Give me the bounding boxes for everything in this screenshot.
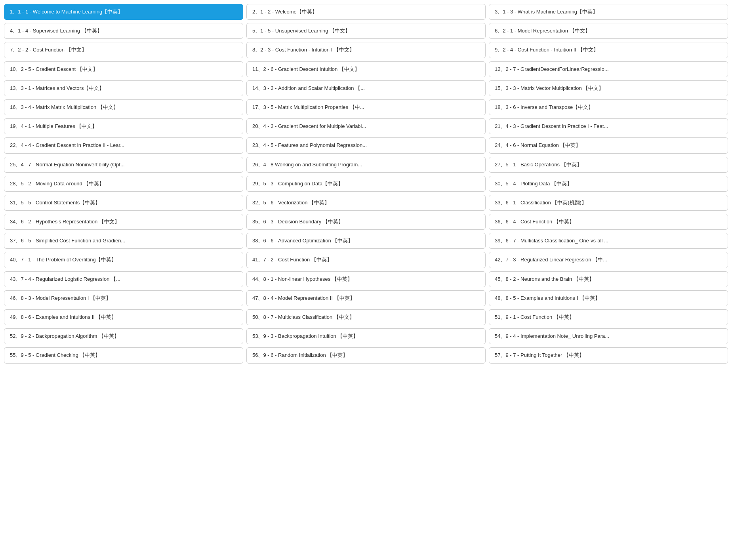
video-item-45[interactable]: 45、8 - 2 - Neurons and the Brain 【中英】 (489, 271, 728, 287)
video-item-54[interactable]: 54、9 - 4 - Implementation Note_ Unrollin… (489, 328, 728, 344)
video-item-47[interactable]: 47、8 - 4 - Model Representation II 【中英】 (246, 290, 486, 306)
video-item-35[interactable]: 35、6 - 3 - Decision Boundary 【中英】 (246, 214, 486, 230)
video-item-51[interactable]: 51、9 - 1 - Cost Function 【中英】 (489, 309, 728, 325)
video-item-42[interactable]: 42、7 - 3 - Regularized Linear Regression… (489, 252, 728, 268)
video-item-52[interactable]: 52、9 - 2 - Backpropagation Algorithm 【中英… (4, 328, 243, 344)
video-item-38[interactable]: 38、6 - 6 - Advanced Optimization 【中英】 (246, 233, 486, 249)
video-item-49[interactable]: 49、8 - 6 - Examples and Intuitions II 【中… (4, 309, 243, 325)
video-item-37[interactable]: 37、6 - 5 - Simplified Cost Function and … (4, 233, 243, 249)
video-item-11[interactable]: 11、2 - 6 - Gradient Descent Intuition 【中… (246, 61, 486, 77)
video-item-28[interactable]: 28、5 - 2 - Moving Data Around 【中英】 (4, 176, 243, 192)
video-item-6[interactable]: 6、2 - 1 - Model Representation 【中文】 (489, 23, 728, 39)
video-item-33[interactable]: 33、6 - 1 - Classification 【中英(机翻)】 (489, 195, 728, 211)
video-item-8[interactable]: 8、2 - 3 - Cost Function - Intuition I 【中… (246, 42, 486, 58)
video-item-29[interactable]: 29、5 - 3 - Computing on Data【中英】 (246, 176, 486, 192)
video-item-53[interactable]: 53、9 - 3 - Backpropagation Intuition 【中英… (246, 328, 486, 344)
video-item-14[interactable]: 14、3 - 2 - Addition and Scalar Multiplic… (246, 80, 486, 96)
video-item-36[interactable]: 36、6 - 4 - Cost Function 【中英】 (489, 214, 728, 230)
video-item-40[interactable]: 40、7 - 1 - The Problem of Overfitting【中英… (4, 252, 243, 268)
video-item-30[interactable]: 30、5 - 4 - Plotting Data 【中英】 (489, 176, 728, 192)
video-item-32[interactable]: 32、5 - 6 - Vectorization 【中英】 (246, 195, 486, 211)
video-item-57[interactable]: 57、9 - 7 - Putting It Together 【中英】 (489, 347, 728, 363)
video-item-23[interactable]: 23、4 - 5 - Features and Polynomial Regre… (246, 137, 486, 153)
video-item-46[interactable]: 46、8 - 3 - Model Representation I 【中英】 (4, 290, 243, 306)
video-item-44[interactable]: 44、8 - 1 - Non-linear Hypotheses 【中英】 (246, 271, 486, 287)
video-item-16[interactable]: 16、3 - 4 - Matrix Matrix Multiplication … (4, 99, 243, 115)
video-item-17[interactable]: 17、3 - 5 - Matrix Multiplication Propert… (246, 99, 486, 115)
video-item-3[interactable]: 3、1 - 3 - What is Machine Learning【中英】 (489, 4, 728, 20)
video-item-10[interactable]: 10、2 - 5 - Gradient Descent 【中文】 (4, 61, 243, 77)
video-item-21[interactable]: 21、4 - 3 - Gradient Descent in Practice … (489, 118, 728, 134)
video-item-24[interactable]: 24、4 - 6 - Normal Equation 【中英】 (489, 137, 728, 153)
video-item-19[interactable]: 19、4 - 1 - Multiple Features 【中文】 (4, 118, 243, 134)
video-item-12[interactable]: 12、2 - 7 - GradientDescentForLinearRegre… (489, 61, 728, 77)
video-item-25[interactable]: 25、4 - 7 - Normal Equation Noninvertibil… (4, 157, 243, 173)
video-item-31[interactable]: 31、5 - 5 - Control Statements【中英】 (4, 195, 243, 211)
video-item-13[interactable]: 13、3 - 1 - Matrices and Vectors【中文】 (4, 80, 243, 96)
video-item-34[interactable]: 34、6 - 2 - Hypothesis Representation 【中文… (4, 214, 243, 230)
video-item-26[interactable]: 26、4 - 8 Working on and Submitting Progr… (246, 157, 486, 173)
video-item-55[interactable]: 55、9 - 5 - Gradient Checking 【中英】 (4, 347, 243, 363)
video-item-18[interactable]: 18、3 - 6 - Inverse and Transpose【中文】 (489, 99, 728, 115)
video-item-22[interactable]: 22、4 - 4 - Gradient Descent in Practice … (4, 137, 243, 153)
video-item-7[interactable]: 7、2 - 2 - Cost Function 【中文】 (4, 42, 243, 58)
video-item-27[interactable]: 27、5 - 1 - Basic Operations 【中英】 (489, 157, 728, 173)
video-item-50[interactable]: 50、8 - 7 - Multiclass Classification 【中文… (246, 309, 486, 325)
video-item-1[interactable]: 1、1 - 1 - Welcome to Machine Learning【中英… (4, 4, 243, 20)
video-item-4[interactable]: 4、1 - 4 - Supervised Learning 【中英】 (4, 23, 243, 39)
video-item-41[interactable]: 41、7 - 2 - Cost Function 【中英】 (246, 252, 486, 268)
video-item-48[interactable]: 48、8 - 5 - Examples and Intuitions I 【中英… (489, 290, 728, 306)
video-item-5[interactable]: 5、1 - 5 - Unsupervised Learning 【中文】 (246, 23, 486, 39)
video-item-43[interactable]: 43、7 - 4 - Regularized Logistic Regressi… (4, 271, 243, 287)
video-item-15[interactable]: 15、3 - 3 - Matrix Vector Multiplication … (489, 80, 728, 96)
video-item-39[interactable]: 39、6 - 7 - Multiclass Classification_ On… (489, 233, 728, 249)
video-item-9[interactable]: 9、2 - 4 - Cost Function - Intuition II 【… (489, 42, 728, 58)
video-item-20[interactable]: 20、4 - 2 - Gradient Descent for Multiple… (246, 118, 486, 134)
video-item-2[interactable]: 2、1 - 2 - Welcome【中英】 (246, 4, 486, 20)
video-grid: 1、1 - 1 - Welcome to Machine Learning【中英… (4, 4, 728, 364)
video-item-56[interactable]: 56、9 - 6 - Random Initialization 【中英】 (246, 347, 486, 363)
